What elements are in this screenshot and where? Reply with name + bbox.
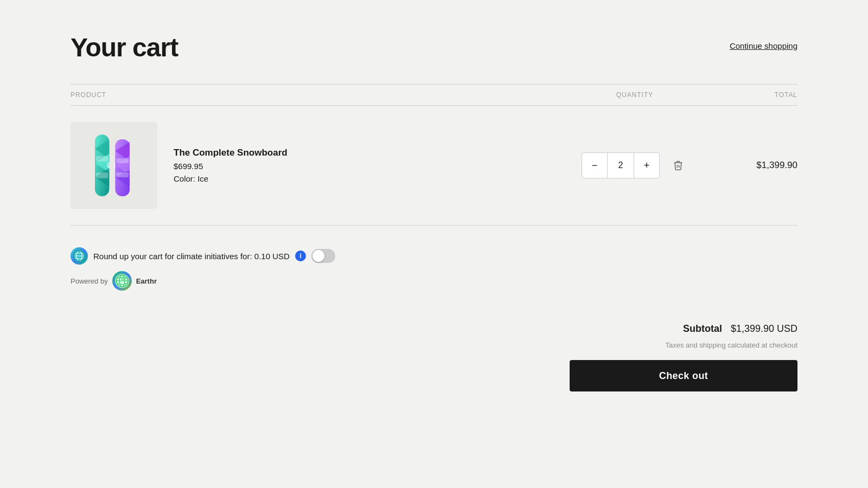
cart-item-row: SH OP <box>71 106 797 226</box>
svg-rect-15 <box>116 172 129 177</box>
continue-shopping-link[interactable]: Continue shopping <box>730 41 797 50</box>
svg-rect-14 <box>116 158 129 163</box>
toggle-knob <box>312 250 324 262</box>
powered-by-row: Powered by Earthr <box>71 271 797 291</box>
product-details: The Complete Snowboard $699.95 Color: Ic… <box>174 147 288 183</box>
product-name: The Complete Snowboard <box>174 147 288 158</box>
table-header: PRODUCT QUANTITY TOTAL <box>71 84 797 106</box>
climate-globe-icon <box>71 247 88 265</box>
item-total: $1,399.90 <box>689 160 797 171</box>
subtotal-label: Subtotal <box>683 323 722 335</box>
svg-text:OP: OP <box>106 162 111 168</box>
svg-rect-7 <box>96 156 108 162</box>
powered-by-label: Powered by <box>71 277 108 285</box>
info-icon-label: i <box>299 252 301 260</box>
subtotal-value: $1,399.90 USD <box>731 323 797 335</box>
col-product-label: PRODUCT <box>71 91 580 99</box>
checkout-button[interactable]: Check out <box>570 360 797 391</box>
climate-row: Round up your cart for climate initiativ… <box>71 247 797 265</box>
snowboard-illustration: SH OP <box>87 127 141 203</box>
quantity-value: 2 <box>607 153 634 178</box>
delete-item-button[interactable] <box>668 156 688 175</box>
quantity-controls: − 2 + <box>582 152 660 178</box>
climate-text: Round up your cart for climate initiativ… <box>93 252 290 261</box>
product-color: Color: Ice <box>174 174 288 183</box>
globe-svg <box>73 249 86 262</box>
climate-section: Round up your cart for climate initiativ… <box>71 247 797 291</box>
subtotal-row: Subtotal $1,399.90 USD <box>683 323 797 335</box>
product-price: $699.95 <box>174 162 288 171</box>
decrease-quantity-button[interactable]: − <box>582 153 607 178</box>
summary-section: Subtotal $1,399.90 USD Taxes and shippin… <box>71 323 797 391</box>
product-info: SH OP <box>71 122 580 209</box>
svg-rect-8 <box>96 172 108 178</box>
climate-toggle[interactable] <box>311 249 335 263</box>
earthr-label: Earthr <box>136 277 157 285</box>
page-header: Your cart Continue shopping <box>71 33 797 62</box>
page-title: Your cart <box>71 33 178 62</box>
col-quantity-label: QUANTITY <box>580 91 689 99</box>
col-total-label: TOTAL <box>689 91 797 99</box>
trash-icon <box>673 160 684 171</box>
info-icon[interactable]: i <box>295 251 306 261</box>
earthr-logo-svg <box>114 273 130 288</box>
tax-note: Taxes and shipping calculated at checkou… <box>665 341 797 349</box>
earthr-logo <box>112 271 132 291</box>
increase-quantity-button[interactable]: + <box>634 153 659 178</box>
product-image: SH OP <box>71 122 157 209</box>
quantity-section: − 2 + <box>580 152 689 178</box>
svg-point-24 <box>121 277 125 280</box>
